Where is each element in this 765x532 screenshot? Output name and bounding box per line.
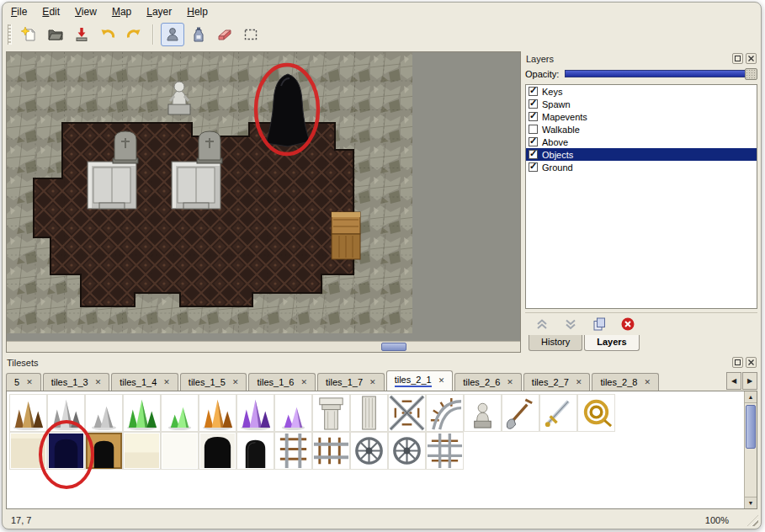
open-button[interactable]	[44, 23, 67, 46]
layer-row-objects[interactable]: Objects	[526, 148, 757, 161]
tileset-tab[interactable]: tiles_1_3✕	[43, 373, 110, 391]
layer-visibility-checkbox[interactable]	[529, 125, 538, 134]
tab-scroll-right-button[interactable]: ▶	[742, 372, 757, 390]
float-pane-button[interactable]	[732, 357, 743, 368]
tile-green-crystal-small[interactable]	[161, 394, 199, 432]
tab-close-icon[interactable]: ✕	[507, 379, 513, 386]
eraser-tool-button[interactable]	[213, 23, 236, 46]
tileset-tab[interactable]: tiles_1_7✕	[317, 373, 385, 391]
tab-close-icon[interactable]: ✕	[369, 379, 376, 386]
tab-close-icon[interactable]: ✕	[232, 379, 239, 386]
opacity-slider-handle[interactable]	[745, 68, 757, 80]
menu-help[interactable]: Help	[187, 6, 208, 18]
scroll-down-button[interactable]: ▼	[745, 497, 757, 508]
tab-close-icon[interactable]: ✕	[644, 379, 651, 386]
menu-layer[interactable]: Layer	[146, 6, 172, 18]
tileset-vscroll-thumb[interactable]	[746, 405, 756, 449]
tile-dark-doorway-selected[interactable]	[47, 432, 85, 470]
duplicate-layer-button[interactable]	[591, 316, 608, 332]
scroll-up-button[interactable]: ▲	[745, 391, 757, 403]
tab-history[interactable]: History	[529, 335, 582, 351]
tile-rail-junction[interactable]	[426, 432, 464, 470]
layer-row-ground[interactable]: Ground	[526, 161, 757, 173]
tileset-tab[interactable]: 5✕	[6, 373, 41, 391]
close-pane-button[interactable]	[746, 357, 757, 368]
map-canvas[interactable]	[7, 52, 412, 333]
layer-row-above[interactable]: Above	[526, 136, 757, 148]
tile-arch-shadow[interactable]	[199, 432, 236, 470]
tab-close-icon[interactable]: ✕	[576, 379, 582, 386]
tileset-tab[interactable]: tiles_2_1✕	[386, 370, 454, 391]
layer-row-walkable[interactable]: Walkable	[526, 123, 757, 136]
fill-tool-button[interactable]	[187, 23, 210, 46]
tile-rail-crossing[interactable]	[388, 394, 426, 432]
tab-close-icon[interactable]: ✕	[438, 377, 445, 385]
tile-gold-coil[interactable]	[577, 394, 615, 432]
window-resize-grip[interactable]	[747, 515, 758, 526]
undo-button[interactable]	[96, 23, 120, 46]
tileset-tab[interactable]: tiles_2_8✕	[592, 373, 659, 391]
tileset-tab[interactable]: tiles_1_6✕	[248, 373, 316, 391]
layer-visibility-checkbox[interactable]	[529, 162, 538, 172]
tile-orange-crystal[interactable]	[199, 394, 236, 432]
tile-pillar-capital[interactable]	[312, 394, 350, 432]
tile-purple-crystal[interactable]	[236, 394, 274, 432]
tile-gray-crystal-small[interactable]	[85, 394, 123, 432]
tile-beige-floor[interactable]	[9, 432, 47, 470]
tile-rail-vertical[interactable]	[274, 432, 312, 470]
tile-purple-crystal-small[interactable]	[274, 394, 312, 432]
entity-tool-button[interactable]	[161, 23, 184, 46]
move-layer-up-button[interactable]	[534, 316, 550, 332]
new-file-button[interactable]	[18, 23, 41, 46]
tile-shovel[interactable]	[502, 394, 539, 432]
tile-pale-floor[interactable]	[123, 432, 161, 470]
map-canvas-area[interactable]	[6, 51, 521, 353]
layer-row-spawn[interactable]: Spawn	[526, 98, 757, 110]
tab-close-icon[interactable]: ✕	[26, 379, 33, 386]
tile-rail-curve[interactable]	[426, 394, 464, 432]
map-hscroll-thumb[interactable]	[381, 343, 406, 351]
select-tool-button[interactable]	[239, 23, 263, 46]
tile-cart-wheel[interactable]	[388, 432, 426, 470]
layer-row-keys[interactable]: Keys	[526, 85, 757, 98]
tile-gray-crystal[interactable]	[47, 394, 85, 432]
close-pane-button[interactable]	[746, 53, 757, 64]
redo-button[interactable]	[122, 23, 146, 46]
layer-visibility-checkbox[interactable]	[529, 137, 538, 146]
tileset-tab[interactable]: tiles_2_7✕	[523, 373, 591, 391]
tab-scroll-left-button[interactable]: ◀	[726, 372, 741, 390]
tile-rail-horizontal[interactable]	[312, 432, 350, 470]
menu-view[interactable]: View	[75, 6, 97, 18]
menu-file[interactable]: File	[11, 6, 27, 18]
tab-close-icon[interactable]: ✕	[301, 379, 308, 386]
opacity-slider[interactable]	[565, 70, 757, 77]
tile-green-crystal[interactable]	[123, 394, 161, 432]
tile-white-floor[interactable]	[161, 432, 199, 470]
tab-layers[interactable]: Layers	[584, 335, 639, 351]
toolbar-grip[interactable]	[8, 24, 12, 45]
tile-cart-wheel[interactable]	[350, 432, 388, 470]
tileset-vertical-scrollbar[interactable]: ▲ ▼	[744, 391, 757, 508]
layer-visibility-checkbox[interactable]	[529, 150, 538, 159]
menu-edit[interactable]: Edit	[42, 6, 60, 18]
menu-map[interactable]: Map	[112, 6, 131, 18]
layer-visibility-checkbox[interactable]	[529, 87, 538, 96]
layer-visibility-checkbox[interactable]	[529, 112, 538, 121]
layer-visibility-checkbox[interactable]	[529, 99, 538, 109]
move-layer-down-button[interactable]	[562, 316, 579, 332]
map-horizontal-scrollbar[interactable]	[7, 341, 520, 352]
save-button[interactable]	[70, 23, 93, 46]
tile-pillar-segment[interactable]	[350, 394, 388, 432]
tile-brown-crystal[interactable]	[9, 394, 47, 432]
tile-statue-bust[interactable]	[464, 394, 502, 432]
tab-close-icon[interactable]: ✕	[95, 379, 102, 386]
tileset-tab[interactable]: tiles_1_4✕	[111, 373, 178, 391]
float-pane-button[interactable]	[732, 53, 743, 64]
tile-arch-opening[interactable]	[236, 432, 274, 470]
tileset-view[interactable]: ▲ ▼	[6, 391, 757, 509]
tile-door-frame[interactable]	[85, 432, 123, 470]
tileset-tab[interactable]: tiles_1_5✕	[180, 373, 247, 391]
tileset-tab[interactable]: tiles_2_6✕	[454, 373, 522, 391]
layer-row-mapevents[interactable]: Mapevents	[526, 110, 757, 123]
tab-close-icon[interactable]: ✕	[163, 379, 170, 386]
